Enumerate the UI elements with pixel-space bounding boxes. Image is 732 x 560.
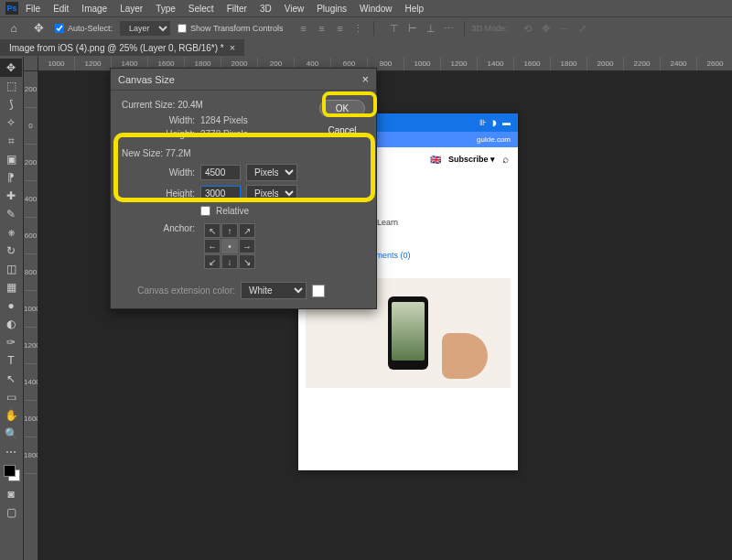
current-width-label: Width: bbox=[122, 115, 200, 125]
subscribe-link: Subscribe ▾ bbox=[448, 155, 495, 164]
wand-tool[interactable]: ✧ bbox=[0, 113, 22, 132]
new-height-input[interactable] bbox=[200, 186, 241, 201]
edit-toolbar[interactable]: ⋯ bbox=[0, 443, 22, 461]
move-tool[interactable]: ✥ bbox=[0, 59, 22, 77]
pen-tool[interactable]: ✑ bbox=[0, 333, 22, 351]
3d-orbit-icon: ⟲ bbox=[521, 21, 535, 36]
show-transform-checkbox[interactable] bbox=[178, 24, 187, 33]
menu-window[interactable]: Window bbox=[354, 2, 398, 16]
show-transform-toggle[interactable]: Show Transform Controls bbox=[178, 24, 284, 33]
new-width-label: Width: bbox=[122, 167, 200, 178]
color-swatches[interactable] bbox=[4, 465, 20, 481]
distribute-icon[interactable]: ⋮ bbox=[351, 21, 366, 36]
path-tool[interactable]: ↖ bbox=[0, 370, 22, 388]
menu-3d[interactable]: 3D bbox=[254, 2, 277, 16]
quickmask-toggle[interactable]: ◙ bbox=[0, 485, 22, 503]
3d-slide-icon: ↔ bbox=[557, 21, 572, 36]
height-unit-select[interactable]: Pixels bbox=[246, 185, 297, 202]
menu-filter[interactable]: Filter bbox=[221, 2, 253, 16]
stamp-tool[interactable]: ⎈ bbox=[0, 223, 22, 242]
canvas-size-dialog: Canvas Size × OK Cancel Current Size: 20… bbox=[110, 68, 377, 309]
eyedropper-tool[interactable]: ⁋ bbox=[0, 168, 22, 187]
menu-edit[interactable]: Edit bbox=[48, 2, 74, 16]
tool-panel: ✥ ⬚ ⟆ ✧ ⌗ ▣ ⁋ ✚ ✎ ⎈ ↻ ◫ ▦ ● ◐ ✑ T ↖ ▭ ✋ … bbox=[0, 57, 24, 560]
history-brush-tool[interactable]: ↻ bbox=[0, 242, 22, 260]
align-mid-icon[interactable]: ⊢ bbox=[405, 21, 420, 36]
align-right-icon[interactable]: ≡ bbox=[333, 21, 348, 36]
crop-tool[interactable]: ⌗ bbox=[0, 132, 22, 150]
new-height-label: Height: bbox=[122, 188, 200, 199]
menu-file[interactable]: File bbox=[20, 2, 46, 16]
dialog-titlebar[interactable]: Canvas Size × bbox=[111, 69, 376, 91]
align-top-icon[interactable]: ⊤ bbox=[387, 21, 402, 36]
shape-tool[interactable]: ▭ bbox=[0, 388, 22, 406]
extension-color-select[interactable]: White bbox=[241, 282, 307, 299]
blur-tool[interactable]: ● bbox=[0, 296, 22, 315]
zoom-tool[interactable]: 🔍 bbox=[0, 425, 22, 443]
relative-label: Relative bbox=[216, 206, 249, 216]
separator bbox=[464, 21, 465, 36]
lasso-tool[interactable]: ⟆ bbox=[0, 95, 22, 113]
anchor-widget[interactable]: ↖↑↗ ←•→ ↙↓↘ bbox=[204, 223, 255, 269]
extension-color-chip[interactable] bbox=[312, 285, 325, 297]
menu-view[interactable]: View bbox=[279, 2, 310, 16]
document-tab-title: Image from iOS (4).png @ 25% (Layer 0, R… bbox=[9, 43, 224, 53]
document-tab[interactable]: Image from iOS (4).png @ 25% (Layer 0, R… bbox=[0, 39, 244, 56]
screenmode-toggle[interactable]: ▢ bbox=[0, 503, 22, 522]
app-logo[interactable]: Ps bbox=[5, 2, 18, 15]
menu-type[interactable]: Type bbox=[150, 2, 181, 16]
heal-tool[interactable]: ✚ bbox=[0, 187, 22, 205]
options-bar: ⌂ ✥ Auto-Select: Layer Show Transform Co… bbox=[0, 16, 732, 38]
width-unit-select[interactable]: Pixels bbox=[246, 164, 297, 181]
3d-scale-icon: ⤢ bbox=[576, 21, 590, 36]
new-width-input[interactable] bbox=[200, 165, 241, 180]
move-tool-icon[interactable]: ✥ bbox=[29, 21, 48, 35]
align-left-icon[interactable]: ≡ bbox=[296, 21, 311, 36]
anchor-label: Anchor: bbox=[122, 223, 200, 233]
ok-button[interactable]: OK bbox=[319, 100, 365, 117]
foreground-color[interactable] bbox=[4, 465, 16, 477]
menu-image[interactable]: Image bbox=[76, 2, 113, 16]
new-size-label: New Size: 77.2M bbox=[122, 148, 365, 158]
eraser-tool[interactable]: ◫ bbox=[0, 260, 22, 278]
auto-select-label: Auto-Select: bbox=[68, 24, 113, 33]
close-tab-icon[interactable]: × bbox=[230, 42, 235, 53]
menu-help[interactable]: Help bbox=[400, 2, 430, 16]
home-icon[interactable]: ⌂ bbox=[5, 21, 22, 36]
align-center-icon[interactable]: ≡ bbox=[315, 21, 329, 36]
more-icon[interactable]: ⋯ bbox=[442, 21, 457, 36]
ruler-origin[interactable] bbox=[24, 57, 38, 71]
menu-select[interactable]: Select bbox=[183, 2, 220, 16]
separator bbox=[373, 21, 374, 36]
menu-bar: Ps File Edit Image Layer Type Select Fil… bbox=[0, 0, 732, 16]
3d-pan-icon: ✥ bbox=[539, 21, 554, 36]
extension-color-label: Canvas extension color: bbox=[122, 285, 241, 296]
current-width-value: 1284 Pixels bbox=[200, 115, 248, 125]
current-height-value: 2778 Pixels bbox=[200, 129, 248, 139]
brush-tool[interactable]: ✎ bbox=[0, 205, 22, 223]
frame-tool[interactable]: ▣ bbox=[0, 150, 22, 168]
marquee-tool[interactable]: ⬚ bbox=[0, 77, 22, 95]
menu-layer[interactable]: Layer bbox=[114, 2, 148, 16]
auto-select-toggle[interactable]: Auto-Select: bbox=[55, 24, 113, 33]
hand-tool[interactable]: ✋ bbox=[0, 406, 22, 425]
auto-select-checkbox[interactable] bbox=[55, 24, 64, 33]
document-tabs: Image from iOS (4).png @ 25% (Layer 0, R… bbox=[0, 38, 732, 57]
current-height-label: Height: bbox=[122, 129, 200, 139]
3d-mode-label: 3D Mode: bbox=[472, 24, 508, 33]
auto-select-target[interactable]: Layer bbox=[120, 21, 170, 36]
dodge-tool[interactable]: ◐ bbox=[0, 315, 22, 333]
relative-checkbox[interactable] bbox=[200, 206, 210, 216]
cell-icon: ⊪ bbox=[479, 118, 487, 127]
gradient-tool[interactable]: ▦ bbox=[0, 278, 22, 296]
flag-icon: 🇬🇧 bbox=[430, 155, 441, 165]
dialog-title: Canvas Size bbox=[118, 74, 175, 85]
vertical-ruler[interactable]: 200020040060080010001200140016001800 bbox=[24, 71, 38, 560]
close-icon[interactable]: × bbox=[361, 72, 369, 86]
cancel-button[interactable]: Cancel bbox=[319, 123, 365, 138]
wifi-icon: ◗ bbox=[492, 118, 497, 127]
type-tool[interactable]: T bbox=[0, 351, 22, 370]
align-bot-icon[interactable]: ⊥ bbox=[424, 21, 438, 36]
battery-icon: ▬ bbox=[502, 118, 511, 127]
menu-plugins[interactable]: Plugins bbox=[311, 2, 352, 16]
